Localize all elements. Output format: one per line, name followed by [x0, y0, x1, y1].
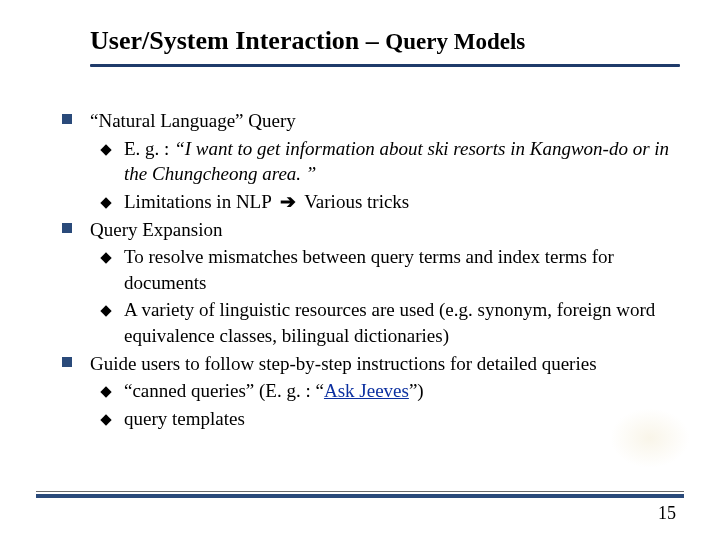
- diamond-bullet-icon: [100, 306, 111, 317]
- bullet-level2: To resolve mismatches between query term…: [62, 244, 680, 295]
- bullet-level2: query templates: [62, 406, 680, 432]
- bullet-text: Guide users to follow step-by-step instr…: [90, 353, 597, 374]
- bullet-text: “Natural Language” Query: [90, 110, 296, 131]
- diamond-bullet-icon: [100, 414, 111, 425]
- page-number: 15: [658, 503, 676, 524]
- sub-bullet-after: Various tricks: [300, 191, 409, 212]
- sub-bullet-prefix: E. g. :: [124, 138, 174, 159]
- diamond-bullet-icon: [100, 144, 111, 155]
- sub-bullet-text: To resolve mismatches between query term…: [124, 246, 614, 293]
- square-bullet-icon: [62, 223, 72, 233]
- sub-bullet-text: query templates: [124, 408, 245, 429]
- sub-bullet-before: “canned queries” (E. g. : “: [124, 380, 324, 401]
- sub-bullet-before: Limitations in NLP: [124, 191, 276, 212]
- bullet-level1: Guide users to follow step-by-step instr…: [62, 351, 680, 377]
- bottom-divider: [36, 491, 684, 492]
- bullet-level1: Query Expansion: [62, 217, 680, 243]
- title-main: User/System Interaction: [90, 26, 359, 55]
- sub-bullet-after: ”): [409, 380, 424, 401]
- bullet-level2: Limitations in NLP ➔ Various tricks: [62, 189, 680, 215]
- sub-bullet-italic: “I want to get information about ski res…: [124, 138, 669, 185]
- slide-title: User/System Interaction – Query Models: [90, 26, 680, 56]
- diamond-bullet-icon: [100, 197, 111, 208]
- bullet-level2: E. g. : “I want to get information about…: [62, 136, 680, 187]
- title-separator: –: [359, 26, 385, 55]
- title-sub: Query Models: [385, 29, 525, 54]
- bullet-text: Query Expansion: [90, 219, 222, 240]
- bullet-level2: A variety of linguistic resources are us…: [62, 297, 680, 348]
- diamond-bullet-icon: [100, 387, 111, 398]
- arrow-icon: ➔: [276, 189, 300, 215]
- content-body: “Natural Language” Query E. g. : “I want…: [62, 108, 680, 434]
- ask-jeeves-link[interactable]: Ask Jeeves: [324, 380, 409, 401]
- slide: User/System Interaction – Query Models “…: [0, 0, 720, 540]
- bullet-level2: “canned queries” (E. g. : “Ask Jeeves”): [62, 378, 680, 404]
- sub-bullet-text: A variety of linguistic resources are us…: [124, 299, 655, 346]
- square-bullet-icon: [62, 357, 72, 367]
- diamond-bullet-icon: [100, 253, 111, 264]
- title-underline: [90, 64, 680, 67]
- bullet-level1: “Natural Language” Query: [62, 108, 680, 134]
- square-bullet-icon: [62, 114, 72, 124]
